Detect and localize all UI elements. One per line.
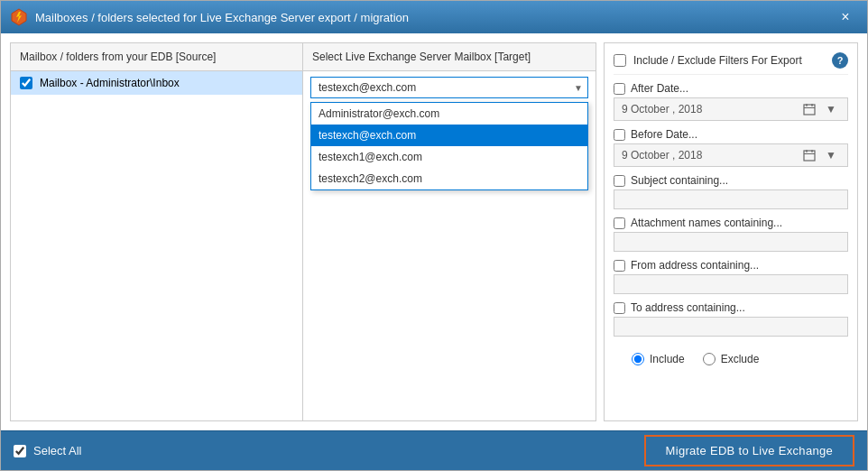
dropdown-list: Administrator@exch.com testexch@exch.com… xyxy=(310,102,588,190)
migrate-button[interactable]: Migrate EDB to Live Exchange xyxy=(644,435,854,466)
svg-rect-6 xyxy=(804,151,815,161)
target-dropdown-container: Administrator@exch.com testexch@exch.com… xyxy=(303,71,596,104)
include-exclude-row: Include Exclude xyxy=(614,347,848,371)
attachment-row: Attachment names containing... xyxy=(614,217,848,252)
after-date-label-row: After Date... xyxy=(614,82,848,95)
include-radio-label[interactable]: Include xyxy=(632,353,685,365)
include-label: Include xyxy=(650,353,685,365)
app-icon xyxy=(10,8,28,26)
svg-rect-2 xyxy=(804,105,815,115)
after-date-calendar-button[interactable] xyxy=(800,101,818,117)
from-label: From address containing... xyxy=(631,259,759,272)
subject-label-row: Subject containing... xyxy=(614,174,848,187)
attachment-label: Attachment names containing... xyxy=(631,217,782,229)
subject-checkbox[interactable] xyxy=(614,175,625,187)
bottom-bar: Select All Migrate EDB to Live Exchange xyxy=(1,430,867,470)
source-column-header: Mailbox / folders from your EDB [Source] xyxy=(11,43,303,70)
before-date-field: 9 October , 2018 ▼ xyxy=(614,143,848,167)
title-bar-text: Mailboxes / folders selected for Live Ex… xyxy=(35,11,826,24)
target-column: Administrator@exch.com testexch@exch.com… xyxy=(303,71,596,420)
subject-input[interactable] xyxy=(614,189,848,209)
target-column-header: Select Live Exchange Server Mailbox [Tar… xyxy=(303,43,596,70)
before-date-dropdown-button[interactable]: ▼ xyxy=(822,147,840,163)
before-date-checkbox[interactable] xyxy=(614,129,625,141)
filter-header: Include / Exclude Filters For Export ? xyxy=(614,52,848,75)
include-radio[interactable] xyxy=(632,353,644,365)
dropdown-wrapper: Administrator@exch.com testexch@exch.com… xyxy=(310,77,588,98)
after-date-row: After Date... 9 October , 2018 ▼ xyxy=(614,82,848,121)
panel-body: Mailbox - Administrator\Inbox Administra… xyxy=(11,71,596,420)
source-item-label: Mailbox - Administrator\Inbox xyxy=(40,77,180,89)
attachment-label-row: Attachment names containing... xyxy=(614,217,848,229)
before-date-value: 9 October , 2018 xyxy=(622,149,797,162)
source-item-checkbox[interactable] xyxy=(20,77,32,89)
exclude-radio[interactable] xyxy=(703,353,716,365)
dropdown-option-2[interactable]: testexch1@exch.com xyxy=(311,146,587,168)
after-date-dropdown-button[interactable]: ▼ xyxy=(822,101,840,117)
close-button[interactable]: × xyxy=(833,6,858,28)
dropdown-option-1[interactable]: testexch@exch.com xyxy=(311,125,587,146)
column-headers: Mailbox / folders from your EDB [Source]… xyxy=(11,43,596,71)
to-label-row: To address containing... xyxy=(614,301,848,314)
dropdown-option-0[interactable]: Administrator@exch.com xyxy=(311,103,587,125)
exclude-label: Exclude xyxy=(721,353,760,365)
main-window: Mailboxes / folders selected for Live Ex… xyxy=(0,0,868,471)
from-checkbox[interactable] xyxy=(614,260,625,272)
title-bar: Mailboxes / folders selected for Live Ex… xyxy=(1,1,867,33)
calendar-icon xyxy=(803,149,816,162)
calendar-icon xyxy=(803,103,816,115)
before-date-label-row: Before Date... xyxy=(614,128,848,141)
help-icon[interactable]: ? xyxy=(832,52,848,69)
attachment-input[interactable] xyxy=(614,232,848,252)
attachment-checkbox[interactable] xyxy=(614,217,625,229)
to-input[interactable] xyxy=(614,317,848,337)
main-content: Mailbox / folders from your EDB [Source]… xyxy=(1,33,867,430)
select-all-label[interactable]: Select All xyxy=(14,444,81,457)
after-date-value: 9 October , 2018 xyxy=(622,103,797,115)
dropdown-option-3[interactable]: testexch2@exch.com xyxy=(311,168,587,189)
right-panel: Include / Exclude Filters For Export ? A… xyxy=(604,42,858,421)
source-item: Mailbox - Administrator\Inbox xyxy=(11,71,302,95)
select-all-checkbox[interactable] xyxy=(14,445,26,457)
from-label-row: From address containing... xyxy=(614,259,848,272)
before-date-label: Before Date... xyxy=(631,128,697,141)
after-date-checkbox[interactable] xyxy=(614,83,625,95)
subject-label: Subject containing... xyxy=(631,174,728,187)
select-all-text: Select All xyxy=(33,444,81,457)
exclude-radio-label[interactable]: Exclude xyxy=(703,353,760,365)
from-row: From address containing... xyxy=(614,259,848,294)
after-date-label: After Date... xyxy=(631,82,688,95)
subject-row: Subject containing... xyxy=(614,174,848,209)
source-column: Mailbox - Administrator\Inbox xyxy=(11,71,303,420)
target-dropdown[interactable]: Administrator@exch.com testexch@exch.com… xyxy=(310,77,588,98)
from-input[interactable] xyxy=(614,274,848,294)
filter-header-label: Include / Exclude Filters For Export xyxy=(633,54,825,67)
left-panel: Mailbox / folders from your EDB [Source]… xyxy=(10,42,596,421)
to-checkbox[interactable] xyxy=(614,302,625,314)
to-row: To address containing... xyxy=(614,301,848,337)
before-date-row: Before Date... 9 October , 2018 ▼ xyxy=(614,128,848,167)
after-date-field: 9 October , 2018 ▼ xyxy=(614,97,848,121)
to-label: To address containing... xyxy=(631,301,745,314)
before-date-calendar-button[interactable] xyxy=(800,147,818,163)
filter-enable-checkbox[interactable] xyxy=(614,54,626,67)
